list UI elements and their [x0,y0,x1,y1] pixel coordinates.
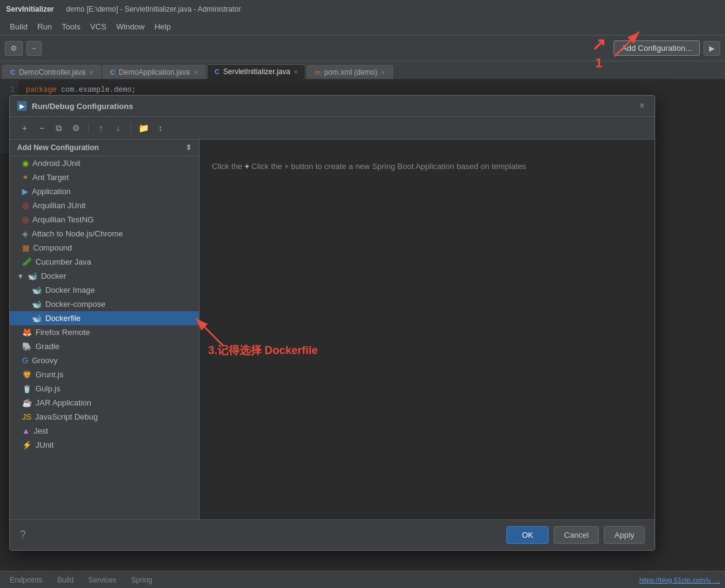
list-item-docker[interactable]: ▼ 🐋 Docker [10,269,199,283]
js-debug-icon: JS [22,412,31,421]
hint-plus: + [244,162,249,171]
config-content-panel: Click the + Click the + button to create… [200,140,655,519]
gradle-label: Gradle [36,342,59,351]
list-item-grunt-js[interactable]: 🦁 Grunt.js [10,368,199,382]
tab-close-demoapplication[interactable]: × [193,69,197,76]
list-item-attach-node[interactable]: ◈ Attach to Node.js/Chrome [10,227,199,241]
firefox-label: Firefox Remote [36,328,90,337]
list-item-junit[interactable]: ⚡ JUnit [10,438,199,452]
docker-image-icon: 🐋 [32,285,42,295]
list-item-arquillian-testng[interactable]: ◎ Arquillian TestNG [10,213,199,227]
dialog-close-button[interactable]: × [637,100,647,111]
android-junit-label: Android JUnit [32,159,80,168]
arquillian-testng-label: Arquillian TestNG [32,215,94,224]
right-panel-hint: Click the + Click the + button to create… [212,162,642,171]
tab-demoapplication[interactable]: C DemoApplication.java × [102,65,205,79]
list-item-javascript-debug[interactable]: JS JavaScript Debug [10,410,199,424]
tab-close-servletinitializer[interactable]: × [294,68,298,75]
menu-tools[interactable]: Tools [57,20,85,34]
bottom-tab-spring[interactable]: Spring [126,575,157,586]
hint-text-2: Click the + button to create a new Sprin… [252,162,526,171]
list-item-arquillian-junit[interactable]: ◎ Arquillian JUnit [10,198,199,213]
docker-image-label: Docker Image [45,285,95,295]
list-item-docker-image[interactable]: 🐋 Docker Image [10,283,199,297]
minus-button[interactable]: − [26,41,42,56]
apply-button[interactable]: Apply [604,526,645,544]
list-item-cucumber-java[interactable]: 🥒 Cucumber Java [10,255,199,269]
run-button[interactable]: ▶ [704,41,720,56]
bottom-tab-services[interactable]: Services [83,575,121,586]
footer-buttons: OK Cancel Apply [506,526,645,544]
config-list-header-label: Add New Configuration [17,143,99,152]
dialog-icon: ▶ [17,101,27,111]
list-item-firefox-remote[interactable]: 🦊 Firefox Remote [10,325,199,339]
tab-c-icon: C [10,69,15,76]
toolbar-edit-button[interactable]: ⚙ [69,121,83,135]
docker-compose-icon: 🐋 [32,300,42,309]
cancel-button[interactable]: Cancel [554,526,599,544]
firefox-icon: 🦊 [22,328,32,337]
run-debug-dialog: ▶ Run/Debug Configurations × + − ⧉ ⚙ ↑ ↓… [9,95,655,551]
toolbar-down-button[interactable]: ↓ [111,121,126,135]
menu-run[interactable]: Run [32,20,57,34]
bottom-tab-build[interactable]: Build [52,575,78,586]
list-item-dockerfile[interactable]: 🐋 Dockerfile [10,311,199,325]
list-item-gradle[interactable]: 🐘 Gradle [10,339,199,353]
menu-build[interactable]: Build [5,20,32,34]
tab-m-icon: m [315,69,320,76]
toolbar-folder-button[interactable]: 📁 [136,121,151,135]
ant-target-label: Ant Target [32,173,69,182]
android-junit-icon: ◉ [22,159,29,168]
tab-close-pomxml[interactable]: × [381,69,385,76]
js-debug-label: JavaScript Debug [35,412,98,421]
tab-label: DemoController.java [19,68,86,77]
list-item-compound[interactable]: ▦ Compound [10,241,199,255]
list-item-jar-application[interactable]: ☕ JAR Application [10,396,199,410]
list-item-ant-target[interactable]: ✦ Ant Target [10,170,199,184]
cucumber-label: Cucumber Java [36,257,91,266]
ok-button[interactable]: OK [506,526,549,544]
menu-vcs[interactable]: VCS [85,20,111,34]
tab-c-icon-3: C [215,68,220,75]
bottom-url[interactable]: https://blog.51cto.com/u_... [639,576,720,584]
title-text: demo [E:\demo] - ServletInitializer.java… [66,5,241,13]
bottom-tab-endpoints[interactable]: Endpoints [5,575,47,586]
gear-button[interactable]: ⚙ [5,41,23,56]
grunt-icon: 🦁 [22,370,32,379]
junit-label: JUnit [36,440,54,450]
gulp-label: Gulp.js [36,384,60,393]
toolbar-add-button[interactable]: + [17,121,32,135]
list-item-groovy[interactable]: G Groovy [10,353,199,368]
attach-node-label: Attach to Node.js/Chrome [32,229,123,238]
list-item-jest[interactable]: ▲ Jest [10,424,199,438]
toolbar-up-button[interactable]: ↑ [94,121,108,135]
groovy-label: Groovy [32,356,58,365]
toolbar-copy-button[interactable]: ⧉ [51,121,66,135]
toolbar-remove-button[interactable]: − [34,121,49,135]
gulp-icon: 🥤 [22,384,32,393]
dialog-title: Run/Debug Configurations [32,102,632,111]
list-item-docker-compose[interactable]: 🐋 Docker-compose [10,297,199,311]
application-label: Application [32,187,71,196]
docker-label: Docker [41,271,66,281]
arquillian-junit-icon: ◎ [22,201,29,210]
dockerfile-icon: 🐋 [32,314,42,323]
menu-window[interactable]: Window [111,20,149,34]
compound-label: Compound [33,243,72,252]
tab-pomxml[interactable]: m pom.xml (demo) × [307,65,393,79]
help-button[interactable]: ? [20,529,26,541]
arrow-to-add-config [578,26,652,62]
list-item-gulp-js[interactable]: 🥤 Gulp.js [10,382,199,396]
tab-democontroller[interactable]: C DemoController.java × [2,65,101,79]
tab-label-3: ServletInitializer.java [224,67,290,76]
tab-close-democontroller[interactable]: × [89,69,93,76]
list-item-application[interactable]: ▶ Application [10,184,199,198]
dialog-toolbar: + − ⧉ ⚙ ↑ ↓ 📁 ↕ [10,117,655,140]
list-item-android-junit[interactable]: ◉ Android JUnit [10,156,199,170]
tab-servletinitializer[interactable]: C ServletInitializer.java × [207,64,306,79]
toolbar-sort-button[interactable]: ↕ [153,121,168,135]
title-bar: ServInitializer demo [E:\demo] - Servlet… [0,0,725,18]
menu-help[interactable]: Help [149,20,176,34]
config-list-panel: Add New Configuration ⇕ ◉ Android JUnit … [10,140,200,519]
config-list-collapse[interactable]: ⇕ [186,143,192,152]
